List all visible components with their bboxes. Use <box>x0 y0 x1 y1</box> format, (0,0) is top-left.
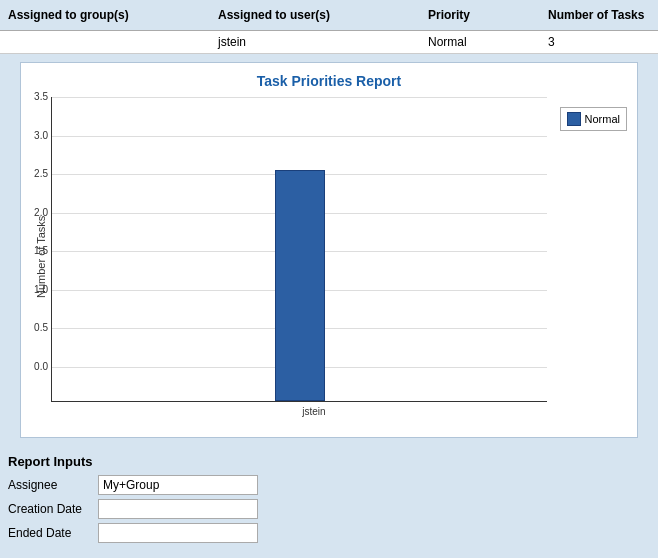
ended-date-row: Ended Date <box>8 523 650 543</box>
y-tick-label: 3.0 <box>34 130 48 141</box>
creation-date-label: Creation Date <box>8 502 98 516</box>
creation-date-input[interactable] <box>98 499 258 519</box>
y-tick-label: 2.0 <box>34 207 48 218</box>
cell-group <box>0 31 210 53</box>
y-tick-label: 0.0 <box>34 361 48 372</box>
chart-container: Task Priorities Report Number of Tasks 3… <box>20 62 638 438</box>
table-row: jstein Normal 3 <box>0 31 658 54</box>
grid-line: 3.0 <box>52 136 547 137</box>
report-inputs-section: Report Inputs Assignee Creation Date End… <box>0 446 658 551</box>
col-header-user: Assigned to user(s) <box>210 4 420 26</box>
y-tick-label: 1.0 <box>34 284 48 295</box>
creation-date-row: Creation Date <box>8 499 650 519</box>
col-header-priority: Priority <box>420 4 540 26</box>
cell-priority: Normal <box>420 31 540 53</box>
cell-tasks: 3 <box>540 31 658 53</box>
table-header: Assigned to group(s) Assigned to user(s)… <box>0 0 658 31</box>
chart-title: Task Priorities Report <box>31 73 627 89</box>
chart-area: Number of Tasks 3.53.02.52.01.51.00.50.0… <box>31 97 627 417</box>
legend-label: Normal <box>585 113 620 125</box>
grid-line: 3.5 <box>52 97 547 98</box>
chart-grid: 3.53.02.52.01.51.00.50.0 <box>51 97 547 402</box>
assignee-input[interactable] <box>98 475 258 495</box>
legend-color-swatch <box>567 112 581 126</box>
chart-bar <box>275 170 325 401</box>
assignee-label: Assignee <box>8 478 98 492</box>
col-header-group: Assigned to group(s) <box>0 4 210 26</box>
chart-plot: 3.53.02.52.01.51.00.50.0 jstein Normal <box>51 97 627 417</box>
ended-date-input[interactable] <box>98 523 258 543</box>
x-axis-label: jstein <box>81 406 547 417</box>
report-inputs-title: Report Inputs <box>8 454 650 469</box>
col-header-tasks: Number of Tasks <box>540 4 658 26</box>
cell-user: jstein <box>210 31 420 53</box>
y-tick-label: 2.5 <box>34 168 48 179</box>
y-tick-label: 3.5 <box>34 91 48 102</box>
chart-legend: Normal <box>560 107 627 131</box>
y-tick-label: 0.5 <box>34 322 48 333</box>
y-tick-label: 1.5 <box>34 245 48 256</box>
assignee-row: Assignee <box>8 475 650 495</box>
ended-date-label: Ended Date <box>8 526 98 540</box>
